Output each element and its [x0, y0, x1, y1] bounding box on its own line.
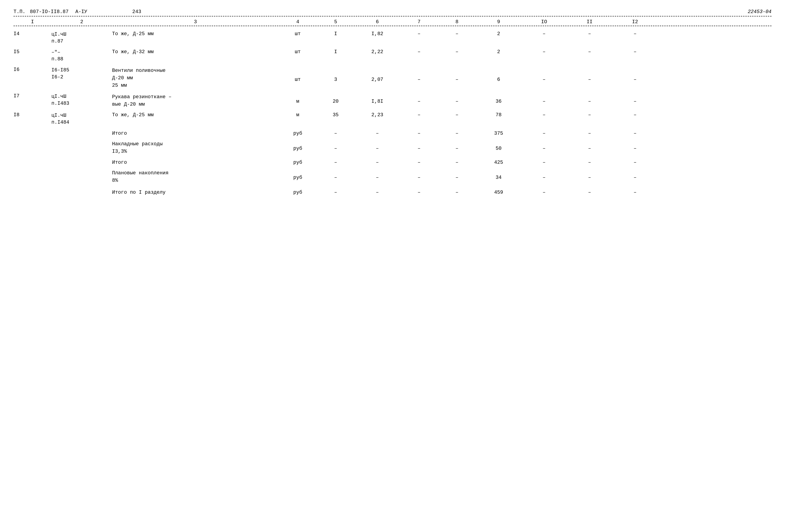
summary-col11-3: –	[567, 160, 612, 165]
summary-col9-2: 50	[476, 140, 522, 151]
row-col6: 2,23	[355, 112, 400, 118]
summary-col5-2: –	[317, 140, 355, 151]
summary-col11-2: –	[567, 140, 612, 151]
summary-col6-5: –	[355, 189, 400, 195]
summary-row-itogo1: Итого руб – – – – 375 – – –	[14, 127, 771, 137]
row-col8: –	[438, 93, 476, 104]
row-col2: цI.чШ п.I484	[51, 112, 112, 126]
row-col10: –	[522, 49, 567, 55]
summary-col6-1: –	[355, 131, 400, 136]
row-col12: –	[612, 31, 658, 37]
row-col11: –	[567, 112, 612, 118]
summary-label-3: Итого	[112, 160, 279, 165]
summary-label-1: Итого	[112, 131, 279, 136]
summary-label-5: Итого по I разделу	[112, 189, 279, 195]
summary-col12-2: –	[612, 140, 658, 151]
summary-col5-3: –	[317, 160, 355, 165]
summary-col9-1: 375	[476, 131, 522, 136]
col-header-5: 5	[317, 19, 355, 25]
summary-col8-2: –	[438, 140, 476, 151]
table-row: I5 –"– п.88 То же, Д-32 мм шт I 2,22 – –…	[14, 46, 771, 64]
col-header-11: II	[567, 19, 612, 25]
row-col1: I4	[14, 31, 51, 37]
row-col9: 2	[476, 49, 522, 55]
top-dashed-line	[14, 16, 771, 17]
row-col4: шт	[279, 67, 317, 82]
summary-col9-4: 34	[476, 169, 522, 180]
row-col3: То же, Д-32 мм	[112, 49, 279, 55]
summary-col9-5: 459	[476, 189, 522, 195]
row-col8: –	[438, 67, 476, 82]
row-col5: 35	[317, 112, 355, 118]
row-col5: 20	[317, 93, 355, 104]
row-col4: шт	[279, 49, 317, 55]
row-col11: –	[567, 93, 612, 104]
row-col4: шт	[279, 31, 317, 37]
row-col9: 78	[476, 112, 522, 118]
row-col12: –	[612, 67, 658, 82]
summary-col12-3: –	[612, 160, 658, 165]
row-col10: –	[522, 112, 567, 118]
summary-row-nakladnye: Накладные расходы I3,3% руб – – – – 50 –…	[14, 137, 771, 156]
summary-unit-5: руб	[279, 189, 317, 195]
summary-unit-2: руб	[279, 140, 317, 151]
summary-col12-4: –	[612, 169, 658, 180]
summary-col10-2: –	[522, 140, 567, 151]
row-col6: 2,07	[355, 67, 400, 82]
summary-col11-4: –	[567, 169, 612, 180]
page-number: 243	[132, 9, 141, 15]
summary-col8-5: –	[438, 189, 476, 195]
row-col7: –	[400, 49, 438, 55]
row-col1: I6	[14, 67, 51, 73]
table-row: I8 цI.чШ п.I484 То же, Д-25 мм м 35 2,23…	[14, 109, 771, 127]
summary-col10-1: –	[522, 131, 567, 136]
summary-col8-1: –	[438, 131, 476, 136]
col-header-8: 8	[438, 19, 476, 25]
row-col7: –	[400, 31, 438, 37]
row-col11: –	[567, 67, 612, 82]
right-code: 22453-04	[748, 9, 771, 15]
col-header-1: І	[14, 19, 51, 25]
table-row: I6 I6-I85 I6-2 Вентили поливочные Д-20 м…	[14, 64, 771, 90]
summary-col6-4: –	[355, 169, 400, 180]
row-col10: –	[522, 93, 567, 104]
tp-label: Т.П.	[14, 9, 25, 15]
row-col4: м	[279, 112, 317, 118]
summary-col7-1: –	[400, 131, 438, 136]
summary-col10-3: –	[522, 160, 567, 165]
summary-col7-3: –	[400, 160, 438, 165]
row-col2: цI.чШ п.87	[51, 31, 112, 45]
summary-col9-3: 425	[476, 160, 522, 165]
row-col7: –	[400, 93, 438, 104]
summary-col5-1: –	[317, 131, 355, 136]
summary-col7-5: –	[400, 189, 438, 195]
doc-number: 807-IO-II8.87	[30, 9, 69, 15]
summary-col7-2: –	[400, 140, 438, 151]
row-col5: 3	[317, 67, 355, 82]
row-col6: I,82	[355, 31, 400, 37]
row-col11: –	[567, 49, 612, 55]
data-rows: I4 цI.чШ п.87 То же, Д-25 мм шт I I,82 –…	[14, 28, 771, 196]
summary-row-itogo2: Итого руб – – – – 425 – – –	[14, 156, 771, 166]
summary-col6-3: –	[355, 160, 400, 165]
summary-col6-2: –	[355, 140, 400, 151]
summary-unit-1: руб	[279, 131, 317, 136]
summary-col5-5: –	[317, 189, 355, 195]
col-header-10: IO	[522, 19, 567, 25]
table-row: I4 цI.чШ п.87 То же, Д-25 мм шт I I,82 –…	[14, 28, 771, 46]
summary-col8-4: –	[438, 169, 476, 180]
row-col9: 6	[476, 67, 522, 82]
row-col3: То же, Д-25 мм	[112, 31, 279, 37]
row-col3: То же, Д-25 мм	[112, 112, 279, 118]
col-header-2: 2	[51, 19, 112, 25]
row-col12: –	[612, 112, 658, 118]
col-header-9: 9	[476, 19, 522, 25]
row-col2: цI.чШ п.I483	[51, 93, 112, 107]
summary-col12-5: –	[612, 189, 658, 195]
summary-col11-5: –	[567, 189, 612, 195]
col-header-12: I2	[612, 19, 658, 25]
summary-row-planovye: Плановые накопления 8% руб – – – – 34 – …	[14, 166, 771, 185]
row-col5: I	[317, 49, 355, 55]
col-header-6: 6	[355, 19, 400, 25]
row-col7: –	[400, 67, 438, 82]
